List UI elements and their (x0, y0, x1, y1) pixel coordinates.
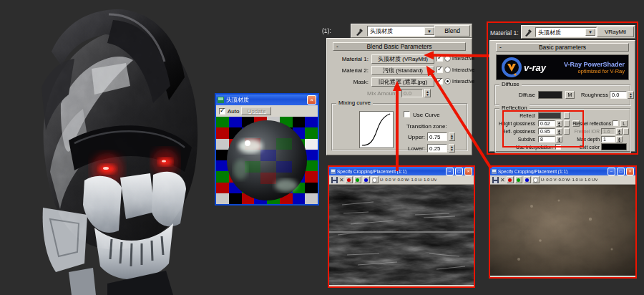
max-depth-spinner[interactable]: ▲▼ (616, 136, 623, 142)
fresnel-ior-map-button[interactable] (623, 128, 629, 135)
green-channel-button[interactable] (515, 176, 522, 183)
rollout-blend-basic-parameters[interactable]: - Blend Basic Parameters (333, 42, 466, 51)
material-2-interactive-radio[interactable] (444, 67, 451, 73)
mixing-curve-group: Mixing curve Use Curve Transition zone: … (331, 103, 467, 150)
material-type-button[interactable]: Blend (434, 25, 470, 37)
minimize-button[interactable]: – (608, 168, 615, 175)
material-2-label: Material 2: (327, 67, 369, 74)
material-1-interactive-label: Interactive (452, 56, 474, 61)
material-1-enable-checkbox[interactable]: ✓ (436, 55, 443, 62)
material-name-dropdown[interactable]: 头顶材质 ▼ (367, 26, 436, 37)
material-2-slot-button[interactable]: 污痕 (Standard) (371, 66, 434, 75)
mask-texture-image (329, 185, 474, 285)
green-channel-button[interactable] (354, 176, 361, 183)
red-channel-button[interactable] (346, 176, 353, 183)
vray-top-strip: 头顶材质 ▼ VRayMtl (521, 25, 635, 39)
rollout-title: Blend Basic Parameters (366, 43, 431, 50)
save-icon[interactable] (492, 177, 499, 183)
vray-slot-label: Material 1: (490, 29, 519, 37)
exit-color-swatch[interactable] (601, 143, 627, 150)
upper-field[interactable]: 0.75 (427, 132, 447, 141)
material-1-interactive-radio[interactable] (444, 55, 451, 62)
mix-amount-spinner[interactable]: ▲▼ (424, 89, 431, 97)
mask-enable-checkbox[interactable]: ✓ (436, 78, 443, 84)
rollout-collapse-icon[interactable]: - (499, 44, 502, 52)
eyedropper-icon[interactable] (525, 28, 533, 37)
delete-icon[interactable]: ✕ (339, 177, 344, 183)
roughness-spinner[interactable]: ▲▼ (628, 91, 634, 99)
vray-material-window: Material 1: 头顶材质 ▼ VRayMtl - Basic param… (487, 21, 638, 155)
roughness-field[interactable]: 0.0 (610, 91, 627, 99)
maximize-button[interactable]: □ (617, 168, 625, 175)
minimize-button[interactable]: – (446, 168, 454, 175)
preview-sphere (216, 117, 318, 204)
robot-head-render (0, 0, 215, 295)
bitmap-window-mask: Specify Cropping/Placement (1:1) – □ × ✕… (328, 165, 475, 288)
dropdown-arrow-icon[interactable]: ▼ (424, 27, 434, 35)
upper-label: Upper: (382, 134, 425, 140)
mix-amount-label: Mix Amount: (327, 90, 399, 97)
maximize-button[interactable]: □ (455, 168, 463, 175)
lower-field[interactable]: 0.25 (427, 144, 447, 153)
bitmap-left-titlebar[interactable]: Specify Cropping/Placement (1:1) – □ × (329, 167, 474, 175)
vray-material-name-value: 头顶材质 (538, 29, 561, 37)
diffuse-map-button[interactable]: M (565, 91, 575, 99)
upper-spinner[interactable]: ▲▼ (449, 132, 455, 141)
lower-spinner[interactable]: ▲▼ (449, 144, 455, 153)
red-channel-button[interactable] (507, 176, 514, 183)
blend-panel-body: - Blend Basic Parameters Material 1: 头顶材… (326, 38, 472, 155)
material-2-interactive-label: Interactive (452, 67, 474, 72)
delete-icon[interactable]: ✕ (500, 177, 505, 183)
close-button[interactable]: × (307, 95, 316, 105)
material-1-label: Material 1: (327, 56, 369, 62)
use-curve-checkbox[interactable] (404, 111, 410, 117)
preview-titlebar[interactable]: 头顶材质 × (216, 95, 318, 105)
mixing-curve-graph[interactable] (359, 111, 394, 148)
mono-channel-button[interactable] (532, 176, 540, 183)
dirt-texture-image (490, 185, 635, 276)
rollout-basic-parameters[interactable]: - Basic parameters (496, 43, 629, 52)
mono-channel-button[interactable] (371, 176, 379, 183)
blue-channel-button[interactable] (363, 176, 370, 183)
auto-label: Auto (228, 108, 239, 115)
fresnel-reflections-checkbox[interactable] (613, 120, 618, 126)
material-name-value: 头顶材质 (370, 27, 393, 35)
diffuse-color-swatch[interactable] (538, 91, 562, 99)
bitmap-right-titlebar[interactable]: Specify Cropping/Placement (1:1) – □ × (490, 167, 635, 175)
mask-label: Mask: (327, 79, 369, 85)
window-icon (218, 97, 224, 103)
diffuse-group-title: Diffuse (499, 81, 522, 87)
max-depth-field[interactable]: 1 (601, 136, 615, 142)
window-icon (331, 169, 336, 174)
auto-checkbox[interactable]: ✓ (219, 108, 225, 115)
reflection-group: Reflection Reflect Hilight glossiness 0.… (494, 108, 630, 153)
mask-slot-button[interactable]: 旧化遮罩 (遮罩.jpg) (371, 77, 434, 87)
material-2-enable-checkbox[interactable]: ✓ (436, 67, 443, 73)
save-icon[interactable] (331, 177, 338, 183)
rollout-collapse-icon[interactable]: - (336, 43, 338, 51)
material-1-slot-button[interactable]: 头顶材质 (VRayMtl) (371, 54, 434, 64)
vray-logo-icon (499, 55, 524, 79)
material-preview-canvas (216, 117, 318, 204)
bitmap-right-toolbar: ✕ U: 0.0 V: 0.0 W: 1.0 H: 1.0 UV (490, 175, 635, 185)
mask-interactive-radio[interactable] (444, 78, 451, 84)
close-button[interactable]: × (464, 168, 472, 175)
bitmap-right-title: Specify Cropping/Placement (1:1) (498, 169, 606, 174)
window-icon (492, 169, 497, 174)
mixing-curve-group-title: Mixing curve (336, 100, 373, 106)
bitmap-left-toolbar: ✕ U: 0.0 V: 0.0 W: 1.0 H: 1.0 UV (329, 175, 474, 185)
fresnel-lock-button[interactable]: L (620, 120, 628, 127)
vray-material-type-button[interactable]: VRayMtl (597, 26, 634, 37)
close-button[interactable]: × (626, 168, 634, 175)
eyedropper-icon[interactable] (356, 27, 364, 36)
dropdown-arrow-icon[interactable]: ▼ (585, 29, 595, 36)
fresnel-ior-spinner[interactable]: ▲▼ (616, 128, 623, 135)
material-preview-window: 头顶材质 × ✓ Auto Update (215, 93, 319, 205)
transition-zone-label: Transition zone: (406, 123, 447, 130)
mix-amount-field[interactable]: 0.0 (401, 89, 423, 97)
blue-channel-button[interactable] (524, 176, 531, 183)
blend-material-panel: 头顶材质 ▼ Blend - Blend Basic Parameters Ma… (326, 24, 472, 155)
vray-material-name-dropdown[interactable]: 头顶材质 ▼ (535, 27, 597, 37)
fresnel-ior-field[interactable]: 1.6 (601, 128, 615, 135)
update-button[interactable]: Update (241, 107, 271, 115)
